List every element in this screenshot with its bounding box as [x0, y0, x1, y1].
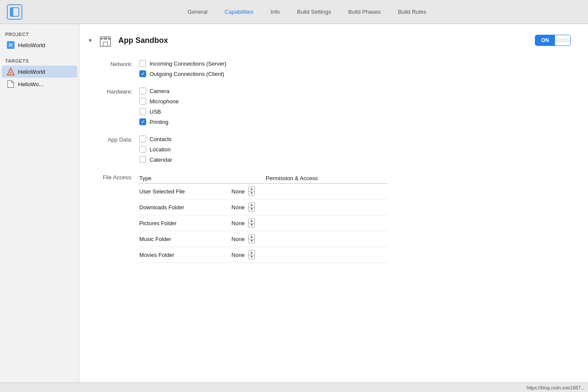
toggle-on-label: ON: [535, 35, 555, 45]
camera-row: Camera: [139, 87, 179, 94]
target-hellowo-label: HelloWo...: [18, 81, 44, 87]
permission-value: None: [231, 188, 245, 195]
app-data-label: App Data:: [88, 136, 139, 143]
network-label: Network:: [88, 60, 139, 67]
stepper-up-icon[interactable]: ▲: [249, 250, 255, 255]
sidebar-item-helloworld-file[interactable]: HelloWo...: [2, 78, 77, 90]
stepper-down-icon[interactable]: ▼: [249, 223, 255, 228]
project-icon: H: [7, 41, 15, 49]
sandbox-castle-icon: [98, 33, 113, 48]
svg-text:A: A: [9, 71, 12, 75]
svg-text:H: H: [9, 42, 12, 48]
file-access-section: File Access: Type Permission & Access Us…: [88, 173, 571, 263]
incoming-connections-label: Incoming Connections (Server): [150, 60, 226, 67]
network-row: Network: Incoming Connections (Server) O…: [88, 60, 571, 77]
permission-stepper[interactable]: ▲ ▼: [248, 202, 255, 212]
project-label: HelloWorld: [18, 42, 45, 48]
stepper-down-icon[interactable]: ▼: [249, 192, 255, 196]
file-type-cell: Downloads Folder: [139, 199, 223, 215]
stepper-down-icon[interactable]: ▼: [249, 255, 255, 259]
stepper-up-icon[interactable]: ▲: [249, 235, 255, 239]
sandbox-toggle[interactable]: ON: [535, 35, 571, 46]
contacts-label: Contacts: [150, 136, 171, 142]
stepper-down-icon[interactable]: ▼: [249, 208, 255, 212]
incoming-connections-row: Incoming Connections (Server): [139, 60, 226, 67]
permission-cell: None ▲ ▼: [223, 215, 388, 231]
hardware-section: Hardware: Camera Microphone USB: [88, 87, 571, 125]
location-row: Location: [139, 146, 172, 153]
tab-build-settings[interactable]: Build Settings: [288, 6, 340, 18]
permission-value: None: [231, 236, 245, 242]
sidebar-toggle-icon[interactable]: [7, 4, 22, 20]
contacts-checkbox[interactable]: [139, 136, 146, 142]
permission-cell: None ▲ ▼: [223, 247, 388, 263]
camera-checkbox[interactable]: [139, 87, 146, 94]
file-target-icon: [7, 80, 15, 88]
usb-row: USB: [139, 108, 179, 115]
targets-section-label: TARGETS: [0, 56, 79, 65]
usb-label: USB: [150, 109, 161, 115]
incoming-connections-checkbox[interactable]: [139, 60, 146, 67]
svg-rect-7: [100, 37, 102, 39]
printing-label: Printing: [150, 119, 168, 125]
target-helloworld-label: HelloWorld: [18, 69, 45, 75]
sidebar-item-helloworld-target[interactable]: A HelloWorld: [2, 66, 77, 78]
file-type-cell: Pictures Folder: [139, 215, 223, 231]
tab-build-rules[interactable]: Build Rules: [389, 6, 435, 18]
location-label: Location: [150, 146, 171, 153]
calendar-label: Calendar: [150, 157, 172, 163]
tab-build-phases[interactable]: Build Phases: [339, 6, 389, 18]
location-checkbox[interactable]: [139, 146, 146, 153]
col-permission-header: Permission & Access: [223, 173, 388, 184]
tab-general[interactable]: General: [179, 6, 216, 18]
toolbar: General Capabilities Info Build Settings…: [0, 0, 588, 24]
printing-checkbox[interactable]: [139, 118, 146, 125]
section-header: ▼ App Sandbox ON: [88, 33, 571, 48]
project-section-label: PROJECT: [0, 29, 79, 39]
hardware-row: Hardware: Camera Microphone USB: [88, 87, 571, 125]
main-layout: PROJECT H HelloWorld TARGETS A HelloWorl…: [0, 24, 588, 392]
tab-capabilities[interactable]: Capabilities: [216, 6, 262, 18]
permission-stepper[interactable]: ▲ ▼: [248, 187, 255, 196]
usb-checkbox[interactable]: [139, 108, 146, 115]
section-title: App Sandbox: [118, 36, 168, 45]
stepper-up-icon[interactable]: ▲: [249, 219, 255, 223]
calendar-row: Calendar: [139, 156, 172, 163]
toggle-off-area: [555, 38, 570, 42]
svg-rect-10: [103, 42, 108, 46]
stepper-up-icon[interactable]: ▲: [249, 203, 255, 208]
file-type-cell: Movies Folder: [139, 247, 223, 263]
outgoing-connections-row: Outgoing Connections (Client): [139, 70, 226, 77]
tab-info[interactable]: Info: [262, 6, 288, 18]
calendar-checkbox[interactable]: [139, 156, 146, 163]
file-type-cell: User Selected File: [139, 184, 223, 199]
permission-value: None: [231, 252, 245, 258]
microphone-row: Microphone: [139, 98, 179, 105]
stepper-up-icon[interactable]: ▲: [249, 187, 255, 192]
permission-stepper[interactable]: ▲ ▼: [248, 218, 255, 228]
outgoing-connections-label: Outgoing Connections (Client): [150, 71, 224, 77]
permission-value: None: [231, 220, 245, 226]
content-area: ▼ App Sandbox ON: [79, 24, 588, 392]
network-section: Network: Incoming Connections (Server) O…: [88, 60, 571, 77]
app-data-section: App Data: Contacts Location Calendar: [88, 136, 571, 163]
microphone-checkbox[interactable]: [139, 98, 146, 105]
printing-row: Printing: [139, 118, 179, 125]
permission-stepper[interactable]: ▲ ▼: [248, 234, 255, 244]
app-data-controls: Contacts Location Calendar: [139, 136, 172, 163]
outgoing-connections-checkbox[interactable]: [139, 70, 146, 77]
section-title-area: ▼ App Sandbox: [88, 33, 168, 48]
sidebar-item-helloworld-project[interactable]: H HelloWorld: [2, 39, 77, 51]
table-row: Pictures Folder None ▲ ▼: [139, 215, 388, 231]
permission-cell: None ▲ ▼: [223, 199, 388, 215]
stepper-down-icon[interactable]: ▼: [249, 239, 255, 244]
permission-cell: None ▲ ▼: [223, 231, 388, 247]
collapse-arrow-icon[interactable]: ▼: [88, 38, 93, 43]
hardware-label: Hardware:: [88, 87, 139, 95]
permission-stepper[interactable]: ▲ ▼: [248, 250, 255, 259]
table-row: Downloads Folder None ▲ ▼: [139, 199, 388, 215]
table-row: Movies Folder None ▲ ▼: [139, 247, 388, 263]
sidebar: PROJECT H HelloWorld TARGETS A HelloWorl…: [0, 24, 79, 392]
file-access-label: File Access:: [88, 173, 139, 181]
app-target-icon: A: [7, 68, 15, 75]
